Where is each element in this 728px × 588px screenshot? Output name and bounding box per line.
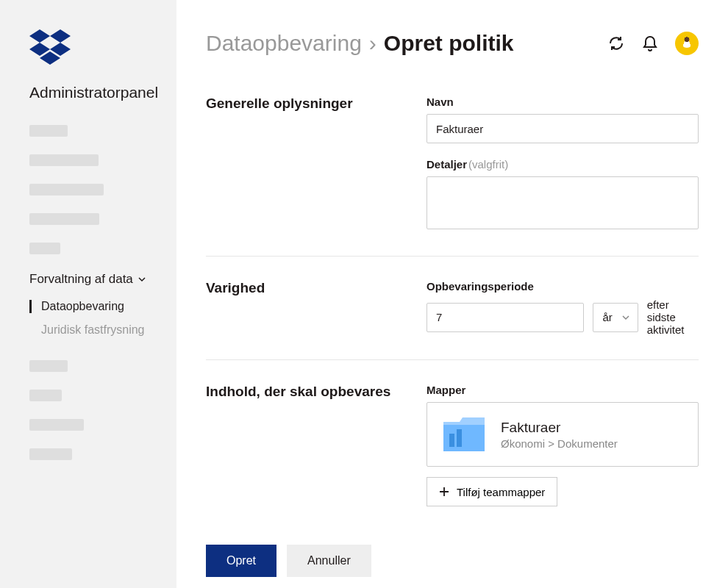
sidebar-section-data-governance[interactable]: Forvaltning af data bbox=[29, 272, 176, 287]
folder-icon bbox=[442, 416, 486, 453]
sidebar-placeholder bbox=[29, 243, 60, 254]
section-content: Indhold, der skal opbevares Mapper Faktu… bbox=[206, 384, 699, 530]
sidebar: Administratorpanel Forvaltning af data D… bbox=[0, 0, 176, 588]
svg-rect-1 bbox=[457, 429, 462, 447]
period-number-input[interactable] bbox=[427, 303, 584, 332]
section-title-content: Indhold, der skal opbevares bbox=[206, 384, 412, 506]
name-label: Navn bbox=[427, 96, 699, 108]
add-folder-label: Tilføj teammapper bbox=[457, 486, 545, 498]
section-general: Generelle oplysninger Navn Detaljer(valg… bbox=[206, 96, 699, 257]
chevron-right-icon: › bbox=[369, 31, 377, 56]
folders-label: Mapper bbox=[427, 384, 699, 396]
sidebar-placeholder bbox=[29, 184, 104, 196]
sidebar-placeholder bbox=[29, 125, 68, 137]
period-after-text: efter sidste aktivitet bbox=[647, 298, 699, 336]
period-label: Opbevaringsperiode bbox=[427, 280, 699, 293]
panel-title: Administratorpanel bbox=[29, 84, 176, 101]
cancel-button[interactable]: Annuller bbox=[287, 545, 371, 577]
avatar[interactable] bbox=[675, 32, 699, 55]
folder-item[interactable]: Fakturaer Økonomi > Dokumenter bbox=[427, 402, 699, 467]
bell-icon[interactable] bbox=[641, 35, 659, 52]
sidebar-item-dataopbevaring[interactable]: Dataopbevaring bbox=[29, 300, 176, 313]
sidebar-section-label: Forvaltning af data bbox=[29, 272, 133, 287]
sync-icon[interactable] bbox=[607, 35, 625, 52]
section-title-duration: Varighed bbox=[206, 280, 412, 336]
dropbox-logo bbox=[29, 29, 176, 68]
sidebar-placeholder bbox=[29, 154, 99, 166]
details-textarea[interactable] bbox=[427, 176, 699, 229]
breadcrumb-current: Opret politik bbox=[384, 31, 514, 56]
section-title-general: Generelle oplysninger bbox=[206, 96, 412, 232]
create-button[interactable]: Opret bbox=[206, 545, 276, 577]
header: Dataopbevaring › Opret politik bbox=[206, 31, 699, 56]
breadcrumb-parent[interactable]: Dataopbevaring bbox=[206, 31, 362, 56]
svg-rect-0 bbox=[449, 434, 454, 447]
main-content: Dataopbevaring › Opret politik Generelle… bbox=[176, 0, 728, 588]
breadcrumb: Dataopbevaring › Opret politik bbox=[206, 31, 514, 56]
folder-name: Fakturaer bbox=[501, 420, 618, 436]
chevron-down-icon bbox=[138, 275, 146, 284]
sidebar-placeholder bbox=[29, 390, 62, 401]
plus-icon bbox=[439, 487, 449, 497]
period-unit-select[interactable]: år bbox=[593, 303, 638, 332]
chevron-down-icon bbox=[621, 313, 630, 322]
form-actions: Opret Annuller bbox=[206, 545, 699, 577]
period-unit-value: år bbox=[602, 311, 612, 323]
sidebar-placeholder bbox=[29, 360, 68, 372]
sidebar-item-juridisk-fastfrysning[interactable]: Juridisk fastfrysning bbox=[29, 323, 176, 337]
name-input[interactable] bbox=[427, 114, 699, 143]
section-duration: Varighed Opbevaringsperiode år efter sid… bbox=[206, 280, 699, 360]
sidebar-placeholder bbox=[29, 448, 72, 460]
sidebar-placeholder bbox=[29, 213, 99, 225]
header-actions bbox=[607, 32, 699, 55]
folder-path: Økonomi > Dokumenter bbox=[501, 437, 618, 450]
sidebar-placeholder bbox=[29, 419, 84, 431]
details-label: Detaljer(valgfrit) bbox=[427, 158, 699, 171]
add-folder-button[interactable]: Tilføj teammapper bbox=[427, 477, 557, 506]
